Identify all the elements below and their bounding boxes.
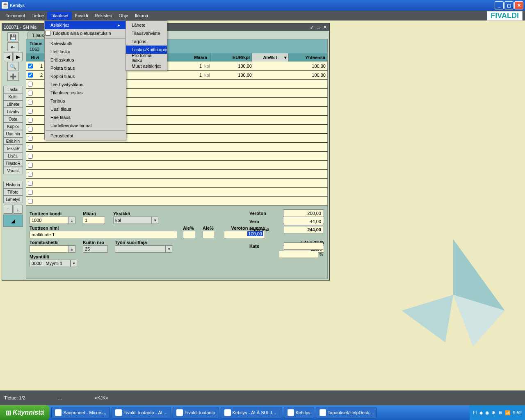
- doc-max-icon[interactable]: ▭: [315, 24, 321, 30]
- drop-suorittaja[interactable]: ▾: [166, 245, 172, 253]
- table-row[interactable]: [26, 188, 327, 197]
- submenu-item[interactable]: Lähete: [126, 21, 167, 29]
- row-checkbox[interactable]: [28, 181, 33, 186]
- side-btn-erik.hin[interactable]: Erik.hin: [3, 137, 23, 145]
- close-button[interactable]: ✕: [514, 1, 523, 9]
- tray-icon[interactable]: ◆: [479, 410, 483, 415]
- menu-item[interactable]: Asiakirjat▸: [45, 21, 126, 29]
- menu-item[interactable]: Erälaskutus: [45, 56, 126, 64]
- input-yksikko[interactable]: [113, 217, 152, 224]
- side-btn-tilvahv[interactable]: Tilvahv: [3, 108, 23, 115]
- menu-item[interactable]: Heti lasku: [45, 48, 126, 56]
- menu-fivaldi[interactable]: Fivaldi: [72, 11, 91, 20]
- row-checkbox[interactable]: [28, 73, 33, 78]
- side-btn-tilastor[interactable]: TilastoR: [3, 160, 23, 167]
- tray-icon[interactable]: 🖥: [498, 410, 502, 415]
- menu-tietue[interactable]: Tietue: [28, 11, 47, 20]
- lang-indicator[interactable]: FI: [473, 410, 477, 415]
- table-row[interactable]: [26, 152, 327, 161]
- menu-item[interactable]: Käteiskuitti: [45, 39, 126, 48]
- side-btn-tiliote[interactable]: Tiliote: [3, 188, 23, 196]
- menu-item[interactable]: Kopioi tilaus: [45, 72, 126, 80]
- zoom-icon[interactable]: 🔍: [7, 62, 19, 71]
- side-btn-uud.hin[interactable]: Uud.hin: [3, 130, 23, 137]
- row-checkbox[interactable]: [28, 82, 33, 87]
- menu-rekisteri[interactable]: Rekisteri: [91, 11, 116, 20]
- menu-toiminnot[interactable]: Toiminnot: [2, 11, 28, 20]
- taskbar-item[interactable]: ▦Saapuneet - Micros...: [51, 407, 110, 418]
- menu-item[interactable]: Perustiedot: [45, 132, 126, 140]
- input-tuotteen-koodi[interactable]: [30, 217, 68, 224]
- row-checkbox[interactable]: [28, 64, 33, 68]
- drop-yksikko[interactable]: ▾: [152, 217, 158, 224]
- start-button[interactable]: Käynnistä: [0, 405, 50, 420]
- submenu-item[interactable]: Muut asiakirjat: [126, 62, 167, 70]
- menu-tilaukset[interactable]: Tilaukset: [47, 11, 72, 20]
- row-checkbox[interactable]: [28, 100, 33, 105]
- col-alet[interactable]: Ale%:t: [252, 53, 289, 62]
- input-myyntitili[interactable]: [30, 260, 71, 267]
- input-ale2[interactable]: [203, 231, 215, 238]
- drop-toimitus[interactable]: ⭳: [68, 245, 75, 253]
- taskbar-item[interactable]: ▦Fivaldi tuotanto: [173, 407, 219, 418]
- menu-ikkuna[interactable]: Ikkuna: [132, 11, 151, 20]
- table-row[interactable]: [26, 170, 327, 179]
- exit-icon[interactable]: ⇤: [7, 42, 19, 51]
- input-tyon-suorittaja[interactable]: [115, 245, 166, 253]
- input-tuotteen-nimi[interactable]: [30, 231, 177, 238]
- side-btn-lähetys[interactable]: Lähetys: [3, 196, 23, 203]
- row-checkbox[interactable]: [28, 91, 33, 96]
- menu-item[interactable]: Tarjous: [45, 97, 126, 105]
- maximize-button[interactable]: ▢: [504, 1, 514, 9]
- nav-left-icon[interactable]: ◀: [4, 52, 13, 61]
- save-icon[interactable]: 💾: [7, 32, 19, 41]
- down-arrow-icon[interactable]: ↓: [14, 205, 23, 214]
- menu-item[interactable]: Tulostus aina oletusasetuksin: [45, 29, 126, 37]
- side-btn-tekstir[interactable]: TekstiR: [3, 145, 23, 152]
- menu-item[interactable]: Uudelleenhae hinnat: [45, 121, 126, 130]
- row-checkbox[interactable]: [28, 145, 33, 150]
- input-kuitin-nro[interactable]: [83, 245, 107, 253]
- taskbar-item[interactable]: ▦Tapaukset/HelpDesk...: [316, 407, 377, 418]
- menu-item[interactable]: Poista tilaus: [45, 64, 126, 72]
- menu-item[interactable]: Hae tilaus: [45, 113, 126, 121]
- side-btn-lasku[interactable]: Lasku: [3, 86, 23, 93]
- table-row[interactable]: [26, 143, 327, 152]
- table-row[interactable]: [26, 197, 327, 206]
- drop-myyntitili[interactable]: ▾: [71, 260, 77, 267]
- clock[interactable]: 9:52: [513, 410, 522, 415]
- add-icon[interactable]: ➕: [7, 72, 19, 81]
- side-btn-lisät.[interactable]: Lisät.: [3, 152, 23, 160]
- row-checkbox[interactable]: [28, 172, 33, 177]
- doc-min-icon[interactable]: ↙: [309, 24, 315, 30]
- input-toimitushetki[interactable]: [30, 245, 68, 253]
- table-row[interactable]: [26, 179, 327, 188]
- tray-icon[interactable]: ✱: [492, 410, 495, 415]
- menu-item[interactable]: Uusi tilaus: [45, 105, 126, 113]
- side-btn-historia[interactable]: Historia: [3, 181, 23, 188]
- taskbar-item[interactable]: ▦Kehitys: [284, 407, 314, 418]
- submenu-item[interactable]: Pro forma -lasku: [126, 54, 167, 62]
- tray-icon[interactable]: ◉: [485, 410, 489, 415]
- input-maara[interactable]: [83, 217, 105, 224]
- submenu-item[interactable]: Tarjous: [126, 37, 167, 46]
- menu-item[interactable]: Tilauksen ositus: [45, 89, 126, 97]
- side-btn-kopioi[interactable]: Kopioi: [3, 123, 23, 130]
- row-checkbox[interactable]: [28, 118, 33, 123]
- row-checkbox[interactable]: [28, 136, 33, 141]
- row-checkbox[interactable]: [28, 127, 33, 132]
- nav-right-icon[interactable]: ▶: [14, 52, 23, 61]
- submenu-item[interactable]: Lasku-/Kuittikopio: [126, 46, 167, 54]
- row-checkbox[interactable]: [28, 109, 33, 114]
- side-btn-osta[interactable]: Osta: [3, 115, 23, 123]
- row-checkbox[interactable]: [28, 163, 33, 168]
- row-checkbox[interactable]: [28, 199, 33, 204]
- menu-item[interactable]: Tee hyvitystilaus: [45, 80, 126, 89]
- row-checkbox[interactable]: [28, 154, 33, 159]
- taskbar-item[interactable]: ▦Kehitys - ÄLÄ SULJE...: [221, 407, 282, 418]
- taskbar-item[interactable]: ▦Fivaldi tuotanto - ÄL...: [112, 407, 171, 418]
- side-btn-kuitti[interactable]: Kuitti: [3, 93, 23, 100]
- table-row[interactable]: [26, 161, 327, 170]
- submenu-item[interactable]: Tilausvahviste: [126, 29, 167, 37]
- up-arrow-icon[interactable]: ↑: [4, 205, 13, 214]
